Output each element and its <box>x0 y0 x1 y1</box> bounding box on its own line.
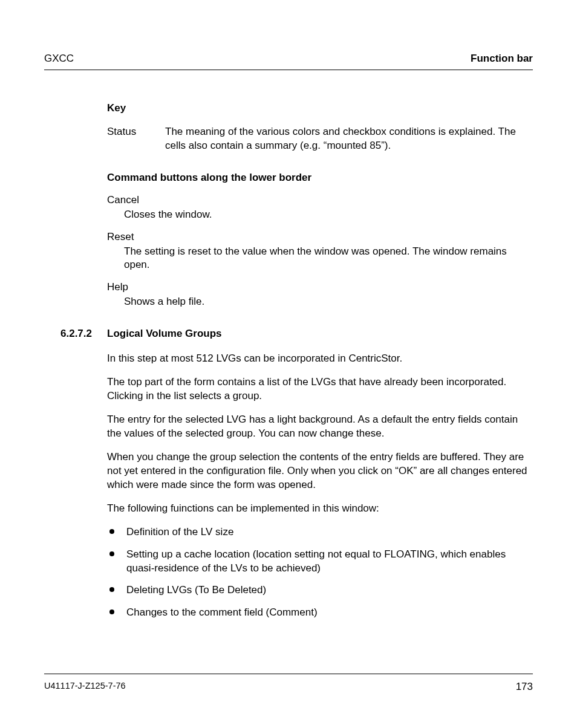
cmd-def: The setting is reset to the value when t… <box>107 245 533 273</box>
paragraph: The following fuinctions can be implemen… <box>107 502 533 516</box>
page-header: GXCC Function bar <box>44 52 533 70</box>
key-row: Status The meaning of the various colors… <box>107 125 533 153</box>
cmd-term: Cancel <box>107 193 533 207</box>
header-right: Function bar <box>471 52 533 66</box>
list-item-text: Deleting LVGs (To Be Deleted) <box>126 584 266 596</box>
paragraph: In this step at most 512 LVGs can be inc… <box>107 352 533 366</box>
paragraph: When you change the group selection the … <box>107 450 533 492</box>
header-left: GXCC <box>44 52 74 66</box>
key-term: Status <box>107 125 165 153</box>
list-item: Changes to the comment field (Comment) <box>107 606 533 620</box>
list-item-text: Changes to the comment field (Comment) <box>126 606 318 618</box>
list-item-text: Definition of the LV size <box>126 526 233 538</box>
list-item: Definition of the LV size <box>107 525 533 539</box>
footer-page-number: 173 <box>516 680 533 694</box>
list-item: Deleting LVGs (To Be Deleted) <box>107 583 533 597</box>
page-footer: U41117-J-Z125-7-76 173 <box>44 674 533 694</box>
section-number: 6.2.7.2 <box>60 327 107 341</box>
section-title: Logical Volume Groups <box>107 327 222 341</box>
list-item: Setting up a cache location (location se… <box>107 548 533 576</box>
list-item-text: Setting up a cache location (location se… <box>126 548 506 574</box>
section-heading-row: 6.2.7.2 Logical Volume Groups <box>60 327 533 341</box>
footer-left: U41117-J-Z125-7-76 <box>44 680 126 694</box>
cmd-def: Closes the window. <box>107 208 533 222</box>
paragraph: The top part of the form contains a list… <box>107 375 533 403</box>
bullet-list: Definition of the LV size Setting up a c… <box>107 525 533 620</box>
heading-key: Key <box>107 102 533 115</box>
key-def: The meaning of the various colors and ch… <box>165 125 533 153</box>
heading-command-buttons: Command buttons along the lower border <box>107 171 533 185</box>
cmd-term: Help <box>107 281 533 294</box>
cmd-term: Reset <box>107 230 533 244</box>
cmd-def: Shows a help file. <box>107 295 533 309</box>
page-body: Key Status The meaning of the various co… <box>44 102 533 620</box>
paragraph: The entry for the selected LVG has a lig… <box>107 413 533 441</box>
command-list: Cancel Closes the window. Reset The sett… <box>107 193 533 310</box>
